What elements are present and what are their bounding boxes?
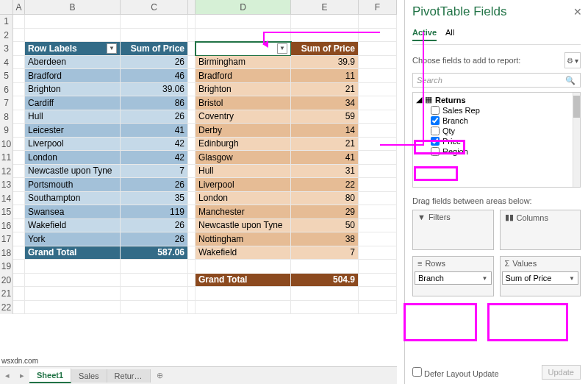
row-header[interactable]: 5: [0, 69, 13, 83]
col-header-gap[interactable]: [188, 0, 196, 14]
cell[interactable]: Aberdeen: [25, 56, 121, 70]
col-header-B[interactable]: B: [25, 0, 121, 14]
row-header[interactable]: 9: [0, 124, 13, 138]
filters-area[interactable]: ▼Filters: [412, 210, 494, 250]
cell[interactable]: [188, 69, 196, 83]
col-header-A[interactable]: A: [13, 0, 25, 14]
cell[interactable]: Nottingham: [196, 232, 291, 246]
field-checkbox[interactable]: [431, 147, 440, 156]
cell[interactable]: [188, 287, 196, 301]
update-button[interactable]: Update: [542, 365, 581, 380]
cell[interactable]: [188, 165, 196, 179]
select-all-corner[interactable]: [0, 0, 13, 14]
cell[interactable]: Edinburgh: [196, 138, 291, 152]
sheet-tab-sales[interactable]: Sales: [71, 369, 107, 383]
cell[interactable]: [13, 29, 25, 43]
filter-dropdown-icon[interactable]: ▼: [277, 43, 287, 54]
cell[interactable]: Glasgow: [196, 151, 291, 165]
row-header[interactable]: 21: [0, 287, 13, 301]
cell[interactable]: Birmingham: [196, 56, 291, 70]
cell[interactable]: [188, 219, 196, 233]
cell[interactable]: [359, 246, 397, 260]
cell[interactable]: [196, 260, 291, 274]
row-header[interactable]: 6: [0, 83, 13, 97]
cell[interactable]: [359, 15, 397, 29]
cell[interactable]: [188, 96, 196, 110]
cell[interactable]: [188, 301, 196, 315]
cell[interactable]: 14: [291, 124, 359, 138]
chevron-down-icon[interactable]: ▼: [569, 275, 575, 282]
cell[interactable]: [188, 246, 196, 260]
cell[interactable]: Brighton: [196, 83, 291, 97]
row-header[interactable]: 10: [0, 138, 13, 152]
cell[interactable]: [359, 287, 397, 301]
cell[interactable]: [188, 178, 196, 192]
cell[interactable]: Swansea: [25, 205, 121, 219]
cell[interactable]: 80: [291, 192, 359, 206]
cell[interactable]: [359, 83, 397, 97]
row-header[interactable]: 20: [0, 274, 13, 288]
rows-area[interactable]: ≡Rows Branch▼: [412, 256, 494, 296]
cell[interactable]: Liverpool: [196, 178, 291, 192]
cell[interactable]: 41: [121, 124, 188, 138]
tab-nav-prev[interactable]: ◂: [0, 371, 15, 380]
cell[interactable]: Row Labels▼: [196, 42, 291, 56]
cell[interactable]: [13, 124, 25, 138]
row-header[interactable]: 19: [0, 260, 13, 274]
cell[interactable]: [13, 246, 25, 260]
cell[interactable]: 26: [121, 219, 188, 233]
row-header[interactable]: 18: [0, 246, 13, 260]
cell[interactable]: 39.9: [291, 56, 359, 70]
field-qty[interactable]: Qty: [415, 126, 578, 136]
cell[interactable]: [359, 301, 397, 315]
cell[interactable]: Cardiff: [25, 96, 121, 110]
cell[interactable]: [13, 219, 25, 233]
cell[interactable]: [13, 110, 25, 124]
cell[interactable]: 26: [121, 232, 188, 246]
row-header[interactable]: 17: [0, 232, 13, 246]
cell[interactable]: [13, 138, 25, 152]
row-header[interactable]: 15: [0, 205, 13, 219]
values-area[interactable]: ΣValues Sum of Price▼: [500, 256, 581, 296]
cell[interactable]: 22: [291, 178, 359, 192]
row-header[interactable]: 12: [0, 165, 13, 179]
tab-nav-next[interactable]: ▸: [15, 371, 29, 380]
cell[interactable]: [188, 124, 196, 138]
cell[interactable]: [359, 219, 397, 233]
cell[interactable]: 26: [121, 110, 188, 124]
cell[interactable]: [188, 42, 196, 56]
cell[interactable]: Brighton: [25, 83, 121, 97]
row-header[interactable]: 7: [0, 96, 13, 110]
cell[interactable]: Derby: [196, 124, 291, 138]
cell[interactable]: [291, 287, 359, 301]
cell[interactable]: Manchester: [196, 205, 291, 219]
cell[interactable]: Newcastle upon Tyne: [196, 219, 291, 233]
cell[interactable]: 59: [291, 110, 359, 124]
cell[interactable]: [359, 260, 397, 274]
cell[interactable]: Wakefield: [196, 246, 291, 260]
table-node-returns[interactable]: ◢ ▦ Returns: [415, 94, 578, 105]
cell[interactable]: Sum of Price: [121, 42, 188, 56]
cell[interactable]: [188, 232, 196, 246]
field-price[interactable]: Price: [415, 136, 578, 146]
cell[interactable]: [13, 151, 25, 165]
cell[interactable]: [188, 83, 196, 97]
cell[interactable]: [359, 274, 397, 288]
cell[interactable]: [13, 42, 25, 56]
cell[interactable]: [359, 69, 397, 83]
cell[interactable]: [196, 301, 291, 315]
cell[interactable]: [121, 260, 188, 274]
cell[interactable]: [121, 301, 188, 315]
cell[interactable]: [13, 56, 25, 70]
row-header[interactable]: 4: [0, 56, 13, 70]
row-header[interactable]: 14: [0, 192, 13, 206]
cell[interactable]: 7: [121, 165, 188, 179]
cell[interactable]: [13, 232, 25, 246]
cell[interactable]: [291, 260, 359, 274]
cell[interactable]: Leicester: [25, 124, 121, 138]
col-header-F[interactable]: F: [359, 0, 397, 14]
cell[interactable]: [359, 110, 397, 124]
collapse-icon[interactable]: ◢: [416, 95, 422, 104]
cell[interactable]: 86: [121, 96, 188, 110]
cell[interactable]: [13, 165, 25, 179]
